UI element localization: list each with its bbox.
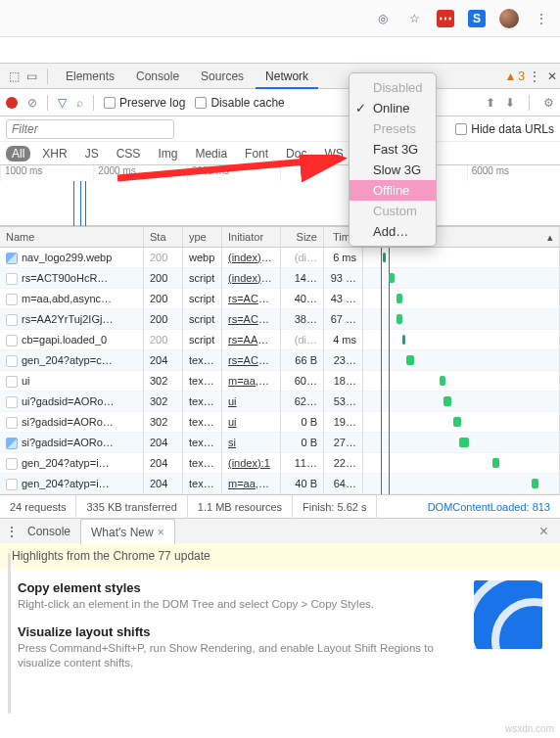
type-all[interactable]: All bbox=[6, 146, 30, 161]
menu-item-offline[interactable]: Offline bbox=[350, 180, 436, 201]
col-name[interactable]: Name bbox=[0, 227, 144, 247]
network-toolbar: ⊘ ▽ ⌕ Preserve log Disable cache ⬆ ⬇ ⚙ bbox=[0, 89, 560, 116]
export-icon[interactable]: ⬇ bbox=[505, 96, 515, 110]
timeline-overview[interactable]: 1000 ms2000 ms3000 ms00 ms6000 ms bbox=[0, 165, 560, 226]
devtools-tabs: ⬚ ▭ Elements Console Sources Network ▲ 3… bbox=[0, 64, 560, 89]
device-icon[interactable]: ▭ bbox=[23, 69, 39, 83]
divider bbox=[93, 95, 94, 111]
type-media[interactable]: Media bbox=[189, 146, 233, 161]
search-icon[interactable]: ⌕ bbox=[76, 96, 83, 110]
summary-dom: DOMContentLoaded: 813 bbox=[418, 495, 560, 519]
clear-icon[interactable]: ⊘ bbox=[27, 96, 37, 110]
table-row[interactable]: ui302tex…m=aa,a…60…18… bbox=[0, 371, 560, 392]
summary-resources: 1.1 MB resources bbox=[188, 495, 293, 519]
type-font[interactable]: Font bbox=[239, 146, 274, 161]
table-row[interactable]: gen_204?atyp=i…204tex…(index):111…22… bbox=[0, 453, 560, 474]
table-row[interactable]: m=aa,abd,async…200scriptrs=ACT…40…43 … bbox=[0, 289, 560, 309]
kebab-icon[interactable]: ⋮ bbox=[6, 525, 18, 538]
file-icon bbox=[6, 458, 18, 470]
table-row[interactable]: rs=ACT90oHcR…200script(index):9414…93 … bbox=[0, 268, 560, 289]
type-css[interactable]: CSS bbox=[111, 146, 147, 161]
record-button[interactable] bbox=[6, 97, 18, 109]
menu-item-add[interactable]: Add… bbox=[350, 221, 436, 242]
close-icon[interactable]: × bbox=[534, 523, 554, 540]
type-xhr[interactable]: XHR bbox=[36, 146, 72, 161]
avatar[interactable] bbox=[499, 9, 519, 28]
summary-bar: 24 requests 335 KB transferred 1.1 MB re… bbox=[0, 494, 560, 518]
inspect-icon[interactable]: ⬚ bbox=[6, 69, 22, 83]
extension-icon-red[interactable]: ⋯ bbox=[437, 10, 454, 27]
file-icon bbox=[6, 355, 18, 367]
description: Press Command+Shift+P, run Show Renderin… bbox=[18, 641, 542, 671]
col-initiator[interactable]: Initiator bbox=[222, 227, 281, 247]
table-row[interactable]: si?gadsid=AORo…204tex…si0 B27… bbox=[0, 433, 560, 453]
col-size[interactable]: Size bbox=[281, 227, 324, 247]
tab-network[interactable]: Network bbox=[256, 64, 318, 89]
menu-header-custom: Custom bbox=[350, 201, 436, 221]
dcl-marker bbox=[73, 181, 74, 226]
request-list: nav_logo299.webp200webp(index):…(di…6 ms… bbox=[0, 248, 560, 494]
col-type[interactable]: ype bbox=[183, 227, 222, 247]
preserve-log-checkbox[interactable]: Preserve log bbox=[104, 96, 185, 110]
load-marker bbox=[85, 181, 86, 226]
menu-item-online[interactable]: ✓Online bbox=[350, 98, 436, 118]
menu-item-disabled: Disabled bbox=[350, 77, 436, 98]
file-icon bbox=[6, 273, 18, 285]
drawer-tab-whatsnew[interactable]: What's New× bbox=[80, 519, 175, 544]
close-icon[interactable]: ✕ bbox=[544, 69, 560, 83]
filter-input[interactable] bbox=[6, 119, 174, 139]
drawer-tab-console[interactable]: Console bbox=[18, 519, 80, 544]
disable-cache-checkbox[interactable]: Disable cache bbox=[195, 96, 284, 110]
tab-elements[interactable]: Elements bbox=[56, 64, 124, 89]
gear-icon[interactable]: ⚙ bbox=[543, 96, 554, 110]
file-icon bbox=[6, 294, 18, 305]
col-status[interactable]: Sta bbox=[144, 227, 183, 247]
target-icon[interactable]: ◎ bbox=[374, 10, 392, 27]
tab-console[interactable]: Console bbox=[126, 64, 189, 89]
type-img[interactable]: Img bbox=[152, 146, 183, 161]
load-marker bbox=[80, 181, 81, 226]
throttling-menu: Disabled ✓Online Presets Fast 3G Slow 3G… bbox=[349, 72, 437, 247]
type-doc[interactable]: Doc bbox=[280, 146, 312, 161]
kebab-icon[interactable]: ⋮ bbox=[533, 10, 550, 27]
table-row[interactable]: rs=AA2YrTuj2IGj…200scriptrs=ACT…38…67 … bbox=[0, 309, 560, 330]
file-icon bbox=[6, 396, 18, 408]
type-filter-row: All XHR JS CSS Img Media Font Doc WS Man… bbox=[0, 142, 560, 165]
file-icon bbox=[6, 417, 18, 429]
divider bbox=[47, 69, 48, 84]
table-row[interactable]: nav_logo299.webp200webp(index):…(di…6 ms bbox=[0, 248, 560, 268]
summary-requests: 24 requests bbox=[0, 495, 76, 519]
browser-toolbar: ◎ ☆ ⋯ S ⋮ bbox=[0, 0, 560, 37]
summary-transferred: 335 KB transferred bbox=[76, 495, 187, 519]
warnings-badge[interactable]: ▲ 3 bbox=[504, 69, 525, 83]
highlight-banner: Highlights from the Chrome 77 update bbox=[0, 543, 560, 569]
tab-sources[interactable]: Sources bbox=[191, 64, 254, 89]
table-row[interactable]: gen_204?atyp=i…204tex…m=aa,a…40 B64… bbox=[0, 474, 560, 494]
whatsnew-content: Copy element styles Right-click an eleme… bbox=[0, 569, 560, 693]
filter-row: Hide data URLs bbox=[0, 116, 560, 142]
type-ws[interactable]: WS bbox=[318, 146, 349, 161]
table-row[interactable]: gen_204?atyp=c…204tex…rs=ACT…66 B23… bbox=[0, 350, 560, 371]
heading: Copy element styles bbox=[18, 580, 542, 595]
filter-icon[interactable]: ▽ bbox=[58, 96, 67, 110]
file-icon bbox=[6, 335, 18, 346]
menu-item-fast3g[interactable]: Fast 3G bbox=[350, 139, 436, 160]
summary-finish: Finish: 5.62 s bbox=[293, 495, 377, 519]
star-icon[interactable]: ☆ bbox=[405, 10, 423, 27]
table-row[interactable]: ui?gadsid=AORo…302tex…ui62…53… bbox=[0, 392, 560, 412]
table-row[interactable]: si?gadsid=AORo…302tex…ui0 B19… bbox=[0, 412, 560, 433]
menu-item-slow3g[interactable]: Slow 3G bbox=[350, 160, 436, 180]
type-js[interactable]: JS bbox=[79, 146, 105, 161]
watermark: wsxdn.com bbox=[505, 723, 554, 734]
extension-icon-blue[interactable]: S bbox=[468, 10, 486, 27]
thumbnail bbox=[474, 580, 542, 649]
import-icon[interactable]: ⬆ bbox=[486, 96, 495, 110]
hide-data-urls-checkbox[interactable]: Hide data URLs bbox=[455, 122, 554, 136]
close-icon[interactable]: × bbox=[158, 526, 164, 539]
column-headers: Name Sta ype Initiator Size Time Waterfa… bbox=[0, 226, 560, 248]
table-row[interactable]: cb=gapi.loaded_0200scriptrs=AA2…(di…4 ms bbox=[0, 330, 560, 350]
scrollbar[interactable] bbox=[8, 553, 11, 714]
drawer-tabs: ⋮ Console What's New× × bbox=[0, 518, 560, 543]
kebab-icon[interactable]: ⋮ bbox=[527, 69, 542, 83]
file-icon bbox=[6, 253, 18, 264]
